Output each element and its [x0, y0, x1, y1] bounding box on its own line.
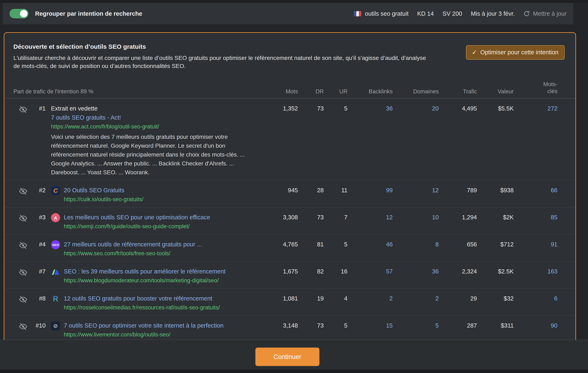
site-favicon: ⊘: [51, 321, 60, 330]
result-url-link[interactable]: https://cuik.io/outils-seo-gratuits/: [64, 195, 259, 204]
cell-mots-cles[interactable]: 66: [514, 186, 557, 195]
hide-result-button[interactable]: [16, 294, 27, 304]
result-title-link[interactable]: 20 Outils SEO Gratuits: [64, 186, 259, 195]
optimize-intent-button[interactable]: ✓ Optimiser pour cette intention: [466, 45, 565, 60]
column-header-mots-cles: Mots-clés: [514, 81, 557, 95]
cell-domaines[interactable]: 5: [393, 321, 439, 330]
cell-domaines[interactable]: 20: [393, 104, 439, 113]
cell-trafic: 29: [439, 294, 477, 303]
cell-ur: 11: [324, 186, 347, 195]
cell-valeur: $2.5K: [477, 267, 514, 276]
cell-valeur: $712: [477, 240, 514, 249]
table-row: #4 SEO 27 meilleurs outils de référencem…: [4, 234, 575, 261]
cell-mots-cles[interactable]: 90: [514, 321, 557, 330]
cell-mots-cles[interactable]: 85: [514, 213, 557, 222]
cell-mots-cles[interactable]: 6: [514, 294, 557, 303]
result-rank: #1: [27, 104, 48, 113]
cell-mots-cles[interactable]: 272: [514, 104, 557, 113]
search-volume-badge: SV 200: [442, 10, 462, 17]
cell-domaines[interactable]: 10: [393, 213, 439, 222]
cell-mots-cles[interactable]: 163: [514, 267, 557, 276]
cell-dr: 19: [298, 294, 324, 303]
featured-snippet-badge: Extrait en vedette: [51, 104, 259, 113]
cell-trafic: 789: [439, 186, 477, 195]
hide-result-button[interactable]: [16, 104, 27, 114]
result-url-link[interactable]: https://www.act.com/fr/blog/outil-seo-gr…: [51, 122, 259, 131]
intent-description: L'utilisateur cherche à découvrir et com…: [13, 54, 430, 70]
cell-valeur: $5.5K: [477, 104, 514, 113]
site-favicon: SEO: [51, 240, 60, 249]
cell-mots: 1,081: [265, 294, 298, 303]
cell-dr: 81: [298, 240, 324, 249]
table-row: #7 SEO : les 39 meilleurs outils pour am…: [4, 261, 575, 288]
result-title-link[interactable]: 12 outils SEO gratuits pour booster votr…: [64, 294, 259, 303]
last-updated-label: Mis à jour 3 févr.: [471, 10, 515, 17]
cell-ur: 5: [324, 321, 347, 330]
table-row: #3 ∧ Les meilleurs outils SEO pour une o…: [4, 207, 575, 234]
result-title-link[interactable]: 7 outils SEO gratuits - Act!: [51, 113, 259, 122]
cell-valeur: $2K: [477, 213, 514, 222]
checkmark-icon: ✓: [472, 49, 477, 56]
eye-off-icon: [19, 105, 27, 114]
cell-dr: 82: [298, 267, 324, 276]
hide-result-button[interactable]: [16, 267, 27, 277]
result-url-link[interactable]: https://www.blogdumoderateur.com/tools/m…: [64, 276, 259, 285]
refresh-button[interactable]: Mettre à jour: [523, 10, 567, 17]
cell-backlinks[interactable]: 57: [347, 267, 393, 276]
result-title-link[interactable]: Les meilleurs outils SEO pour une optimi…: [64, 213, 259, 222]
cell-mots-cles[interactable]: 91: [514, 240, 557, 249]
column-header-valeur: Valeur: [477, 88, 514, 95]
keyword-group: outils seo gratuit: [354, 10, 409, 17]
hide-result-button[interactable]: [16, 240, 27, 250]
keyword-difficulty-badge: KD 14: [417, 10, 434, 17]
toggle-knob: [20, 10, 27, 17]
intent-panel: Découverte et sélection d’outils SEO gra…: [4, 32, 576, 346]
result-url-link[interactable]: https://www.seo.com/fr/tools/free-seo-to…: [64, 249, 259, 258]
window-top-edge: [0, 0, 588, 3]
site-favicon: R: [51, 294, 60, 303]
hide-result-button[interactable]: [16, 213, 27, 223]
cell-ur: 7: [324, 213, 347, 222]
cell-domaines[interactable]: 8: [393, 240, 439, 249]
result-title-link[interactable]: 7 outils SEO pour optimiser votre site i…: [64, 321, 259, 330]
column-header-domaines: Domaines: [393, 88, 439, 95]
table-row: #8 R 12 outils SEO gratuits pour booster…: [4, 288, 575, 316]
site-favicon: ∧: [51, 213, 60, 222]
refresh-label: Mettre à jour: [533, 10, 567, 17]
results-table-header: Part de trafic de l'intention 89 % Mots …: [4, 81, 575, 98]
cell-domaines[interactable]: 36: [393, 267, 439, 276]
cell-dr: 73: [298, 104, 324, 113]
cell-ur: 16: [324, 267, 347, 276]
intent-panel-header: Découverte et sélection d’outils SEO gra…: [4, 43, 575, 70]
result-rank: #4: [27, 240, 48, 249]
result-url-link[interactable]: https://rosselconseilmedias.fr/ressource…: [64, 303, 259, 312]
cell-backlinks[interactable]: 2: [347, 294, 393, 303]
hide-result-button[interactable]: [16, 186, 27, 196]
cell-ur: 4: [324, 294, 347, 303]
column-header-mots: Mots: [265, 88, 298, 95]
result-url-link[interactable]: https://www.livementor.com/blog/outils-s…: [64, 330, 259, 339]
site-favicon: C: [51, 186, 60, 195]
cell-ur: 5: [324, 104, 347, 113]
cell-backlinks[interactable]: 12: [347, 213, 393, 222]
eye-off-icon: [19, 241, 27, 250]
cell-backlinks[interactable]: 99: [347, 186, 393, 195]
france-flag-icon: [354, 11, 361, 16]
window-bottom-edge: [0, 370, 588, 373]
continue-button[interactable]: Continuer: [255, 348, 319, 366]
result-title-link[interactable]: SEO : les 39 meilleurs outils pour améli…: [64, 267, 259, 276]
cell-backlinks[interactable]: 46: [347, 240, 393, 249]
cell-mots: 1,352: [265, 104, 298, 113]
cell-domaines[interactable]: 2: [393, 294, 439, 303]
hide-result-button[interactable]: [16, 321, 27, 331]
result-url-link[interactable]: https://semji.com/fr/guide/outils-seo-gu…: [64, 222, 259, 231]
group-by-intent-toggle[interactable]: [10, 9, 29, 18]
eye-off-icon: [19, 322, 27, 331]
cell-backlinks[interactable]: 36: [347, 104, 393, 113]
footer-bar: Continuer: [0, 340, 588, 373]
cell-backlinks[interactable]: 15: [347, 321, 393, 330]
cell-trafic: 656: [439, 240, 477, 249]
cell-dr: 73: [298, 213, 324, 222]
cell-domaines[interactable]: 12: [393, 186, 439, 195]
result-title-link[interactable]: 27 meilleurs outils de référencement gra…: [64, 240, 259, 249]
